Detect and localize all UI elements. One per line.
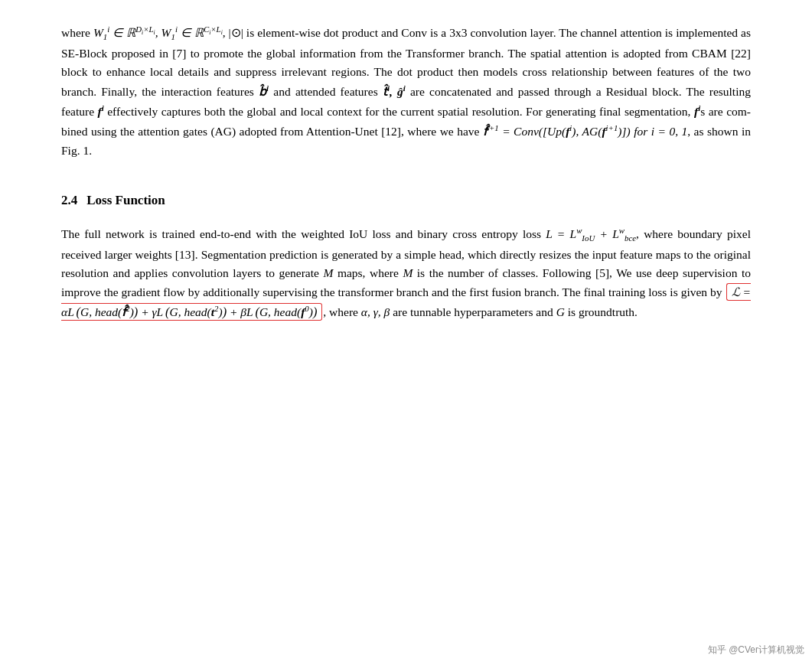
watermark: 知乎 @CVer计算机视觉 — [708, 643, 804, 657]
section-heading-loss: 2.4Loss Function — [61, 190, 751, 210]
section-number: 2.4 — [61, 193, 77, 207]
math-m: M — [323, 266, 333, 279]
paragraph-2: The full network is trained end-to-end w… — [61, 224, 751, 322]
loss-formula-box: ℒ = αL (G, head(f̂2)) + γL (G, head(t2))… — [61, 283, 751, 321]
math-f: fi — [98, 105, 104, 118]
math-formula: f̂i+1 = Conv([Up(fi), AG(fi+1)]) for i =… — [483, 125, 687, 138]
math-fs: fi — [694, 105, 700, 118]
math-m2: M — [403, 266, 413, 279]
paragraph-1: where W1i ∈ ℝDi×Li, W1i ∈ ℝCi×Li, |⊙| is… — [61, 23, 751, 161]
math-b: b̂i — [259, 85, 269, 98]
section-title: Loss Function — [86, 193, 165, 207]
math-params: α, γ, β — [361, 305, 390, 318]
main-content: where W1i ∈ ℝDi×Li, W1i ∈ ℝCi×Li, |⊙| is… — [61, 23, 751, 322]
loss-formula-text: ℒ = αL (G, head(f̂2)) + γL (G, head(t2))… — [61, 285, 751, 318]
math-g: G — [556, 305, 565, 318]
math-tg: t̂i, ĝi — [383, 85, 406, 98]
math-loss-l: L = LwIoU + Lwbce — [546, 227, 636, 240]
math-w1: W1i ∈ ℝDi×Li, W1i ∈ ℝCi×Li — [93, 26, 223, 39]
